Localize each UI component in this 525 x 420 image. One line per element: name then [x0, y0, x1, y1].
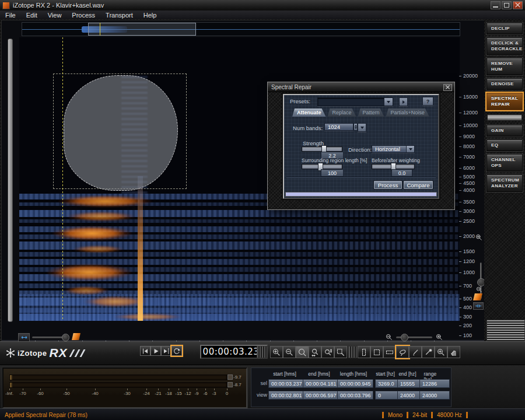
dialog-title-bar[interactable]: Spectral Repair [268, 82, 454, 92]
preset-flyout-button[interactable] [399, 97, 408, 106]
surrounding-value[interactable]: 100 [321, 169, 344, 177]
module-button-eq[interactable]: EQ [487, 139, 523, 151]
title-bar: iZotope RX 2 - Klavir+kasel.wav [0, 0, 525, 11]
select-time-button[interactable] [358, 346, 370, 358]
overview-view-rect[interactable] [88, 23, 196, 36]
weighting-value[interactable]: 0.0 [391, 169, 412, 177]
menu-edit[interactable]: Edit [21, 12, 43, 19]
num-bands-label: Num bands: [293, 125, 323, 131]
tab-partials-noise[interactable]: Partials+Noise [386, 108, 429, 117]
direction-value: Horizontal [375, 146, 400, 152]
dialog-close-icon[interactable] [443, 84, 452, 91]
peak-value-2: -8.7 [233, 382, 242, 387]
direction-dropdown[interactable]: Horizontal [372, 145, 415, 153]
level-meter: -9.7 -8.7 -Inf.-70-60-50-40-30-24-21-18-… [2, 368, 247, 408]
module-button-spectral-repair[interactable]: SPECTRAL REPAIR [487, 93, 523, 110]
modules-list: DECLIPDECLICK & DECRACKLEREMOVE HUMDENOI… [487, 23, 523, 192]
meter-scale-label: -60 [37, 391, 44, 396]
overview-strip[interactable] [22, 22, 460, 36]
menu-transport[interactable]: Transport [100, 12, 138, 19]
module-button-gain[interactable]: GAIN [487, 125, 523, 136]
h-zoom-knob-right[interactable] [401, 334, 408, 341]
meter-scale-label: -3 [212, 391, 216, 396]
table-cell: 00:00:03.237 [268, 379, 304, 388]
zoom-freq-button[interactable] [321, 346, 334, 358]
v-zoom-out-icon[interactable] [476, 286, 482, 294]
v-zoom-in-icon[interactable] [475, 234, 482, 242]
module-button-remove-hum[interactable]: REMOVE HUM [487, 58, 523, 75]
zoom-region-button[interactable] [334, 346, 347, 358]
chevron-down-icon[interactable] [384, 98, 393, 106]
zoom-tool-button[interactable] [435, 346, 447, 358]
audition-arrows-icon[interactable] [18, 333, 30, 342]
meter-scale-tick [9, 388, 10, 390]
num-bands-field[interactable]: 1024 [324, 123, 354, 131]
module-button-spectrum-analyzer[interactable]: SPECTRUM ANALYZER [487, 174, 523, 192]
tab-pattern[interactable]: Pattern [358, 108, 384, 117]
zoom-out-button[interactable] [283, 346, 296, 358]
maximize-icon[interactable] [502, 1, 512, 9]
freq-tick-mark [459, 177, 461, 177]
weighting-slider[interactable] [372, 164, 415, 169]
lasso-button[interactable] [396, 346, 409, 358]
num-bands-dropdown-icon[interactable] [358, 123, 366, 132]
meter-scale-label: -12 [184, 391, 191, 396]
process-button[interactable]: Process [373, 180, 402, 190]
help-button[interactable]: ? [422, 97, 433, 106]
freq-tick-mark [459, 136, 461, 137]
freq-tick-label: 400 [463, 304, 472, 310]
chevron-down-icon[interactable] [406, 146, 414, 152]
menu-process[interactable]: Process [66, 12, 100, 19]
loop-button[interactable] [172, 346, 182, 356]
select-freq-button[interactable] [383, 346, 396, 358]
brush-button[interactable] [409, 346, 422, 358]
presets-dropdown[interactable] [317, 97, 393, 106]
play-selection-button[interactable] [161, 346, 172, 356]
overview-playhead [100, 23, 100, 36]
hand-button[interactable] [447, 346, 460, 358]
surrounding-slider[interactable] [302, 164, 342, 169]
format-separator [431, 412, 433, 418]
select-time-freq-button[interactable] [370, 346, 383, 358]
zoom-fit-button[interactable] [296, 346, 309, 358]
menu-help[interactable]: Help [138, 12, 162, 19]
num-bands-spinner[interactable] [354, 123, 358, 131]
close-icon[interactable] [513, 1, 523, 9]
module-button-channel-ops[interactable]: CHANNEL OPS [487, 154, 523, 172]
zoom-in-button[interactable] [270, 346, 283, 358]
menu-view[interactable]: View [43, 12, 67, 19]
tab-attenuate[interactable]: Attenuate [292, 108, 326, 117]
transport-bar: iZotopeRX 00:00:03.237 [0, 341, 525, 365]
zoom-time-button[interactable] [309, 346, 321, 358]
freq-tick-label: 6000 [463, 165, 475, 171]
waveform-mode-icon[interactable] [473, 302, 484, 310]
tab-replace[interactable]: Replace [328, 108, 356, 117]
dialog-separator [286, 177, 436, 178]
play-button[interactable] [150, 346, 161, 356]
h-zoom-knob-left[interactable] [62, 334, 69, 341]
vertical-scrollbar[interactable] [8, 38, 13, 322]
format-mono: Mono [388, 412, 402, 418]
table-cell: 3269.0 [375, 379, 399, 388]
module-button-declick-decrackle[interactable]: DECLICK & DECRACKLE [487, 37, 523, 55]
minimize-icon[interactable] [491, 1, 501, 9]
progress-strip [285, 192, 437, 197]
spectrogram-view-icon[interactable] [72, 333, 80, 340]
zoom-in-icon[interactable] [436, 334, 443, 342]
magic-wand-button[interactable] [422, 346, 435, 358]
freq-tick-label: 20000 [463, 73, 478, 79]
strength-slider[interactable] [302, 146, 342, 152]
freq-tick-label: 1000 [463, 270, 475, 275]
row-label-view: view [252, 392, 267, 398]
table-header-start-hz: start [hz] [376, 371, 395, 377]
menu-file[interactable]: File [0, 12, 21, 19]
module-button-denoise[interactable]: DENOISE [487, 78, 523, 90]
format-24-bit: 24-bit [412, 412, 427, 418]
compare-button[interactable]: Compare [403, 180, 433, 190]
lasso-selection-region[interactable] [64, 75, 178, 191]
table-cell: 00:00:04.181 [303, 379, 339, 388]
freq-tick-mark [459, 125, 461, 126]
module-button-declip[interactable]: DECLIP [487, 23, 523, 34]
zoom-out-icon[interactable] [386, 334, 393, 342]
go-to-start-button[interactable] [140, 346, 150, 356]
